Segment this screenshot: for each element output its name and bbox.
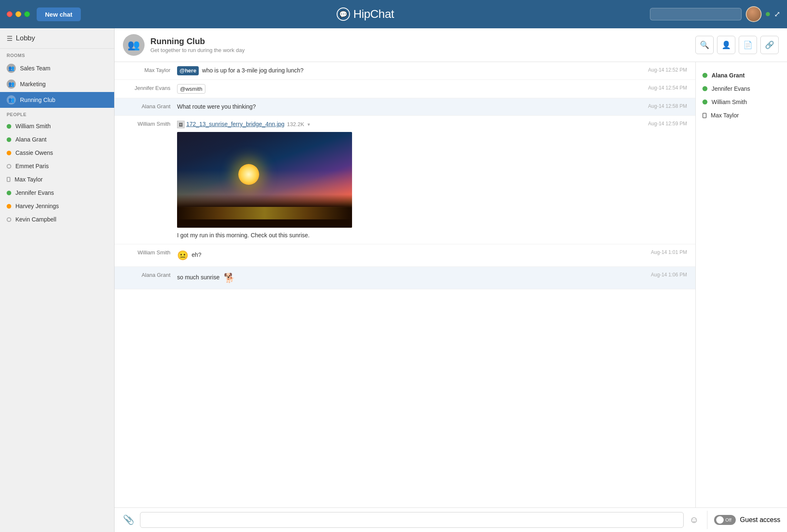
sidebar-item-label: Marketing [20, 81, 45, 87]
sidebar-item-running-club[interactable]: 👥 Running Club [0, 92, 114, 108]
sidebar-item-harvey-jennings[interactable]: Harvey Jennings [0, 199, 114, 213]
member-item-jennifer-evans[interactable]: Jennifer Evans [696, 82, 787, 95]
status-dot-away [7, 151, 11, 155]
status-dot-offline [7, 164, 11, 169]
message-time: Aug-14 1:06 PM [644, 271, 687, 278]
message-input[interactable] [140, 512, 684, 528]
input-section: 📎 ☺ [115, 508, 707, 532]
search-input[interactable] [650, 8, 742, 20]
person-name: Kevin Campbell [15, 216, 56, 223]
toggle-label: Off [725, 517, 731, 522]
message-sender: Max Taylor [123, 66, 177, 73]
files-button[interactable]: 📄 [739, 36, 757, 54]
message-content: so much sunrise 🐕 [177, 271, 644, 285]
person-name: Emmet Paris [15, 163, 49, 169]
sidebar-item-sales-team[interactable]: 👥 Sales Team [0, 60, 114, 76]
person-name: Cassie Owens [15, 149, 53, 156]
file-size: 132.2K [287, 120, 304, 129]
message-row: William Smith 😐 eh? Aug-14 1:01 PM [115, 244, 695, 267]
new-chat-button[interactable]: New chat [37, 7, 81, 21]
person-name: Harvey Jennings [15, 203, 59, 209]
sidebar-item-cassie-owens[interactable]: Cassie Owens [0, 146, 114, 159]
message-time: Aug-14 12:54 PM [642, 84, 687, 91]
user-status-dot [766, 12, 770, 16]
file-link[interactable]: 172_13_sunrise_ferry_bridge_4nn.jpg [186, 120, 285, 129]
message-time: Aug-14 12:58 PM [642, 102, 687, 109]
avatar-image [747, 6, 761, 22]
sidebar-item-emmet-paris[interactable]: Emmet Paris [0, 159, 114, 173]
mention-badge: @here [177, 66, 199, 75]
person-name: Max Taylor [15, 176, 42, 183]
expand-icon[interactable]: ⤢ [774, 10, 780, 19]
bottom-row: 📎 ☺ Off Guest access [115, 507, 787, 532]
titlebar: New chat 💬 HipChat ⤢ [0, 0, 787, 28]
member-item-max-taylor[interactable]: Max Taylor [696, 109, 787, 122]
minimize-button[interactable] [15, 11, 21, 17]
sidebar: ☰ Lobby ROOMS 👥 Sales Team 👥 Marketing 👥… [0, 28, 115, 532]
member-name: Max Taylor [711, 112, 739, 119]
lobby-label: Lobby [16, 34, 35, 42]
status-dot-away [7, 204, 11, 209]
chat-image [177, 132, 352, 228]
member-item-william-smith[interactable]: William Smith [696, 95, 787, 109]
hamburger-icon: ☰ [7, 35, 12, 42]
message-row: Max Taylor @here who is up for a 3-mile … [115, 62, 695, 80]
message-content: 😐 eh? [177, 249, 644, 262]
message-time: Aug-14 12:59 PM [642, 120, 687, 127]
link-button[interactable]: 🔗 [760, 36, 779, 54]
sidebar-item-max-taylor[interactable]: Max Taylor [0, 173, 114, 186]
guest-access-toggle[interactable]: Off [714, 515, 736, 525]
logo-text: HipChat [353, 7, 394, 21]
image-caption: I got my run in this morning. Check out … [177, 231, 642, 240]
expand-arrow-icon: ▾ [307, 121, 310, 128]
message-content: 🖼 172_13_sunrise_ferry_bridge_4nn.jpg 13… [177, 120, 642, 240]
rooms-label: ROOMS [0, 49, 114, 60]
sidebar-item-kevin-campbell[interactable]: Kevin Campbell [0, 213, 114, 226]
member-item-alana-grant[interactable]: Alana Grant [696, 69, 787, 82]
messages-area: Max Taylor @here who is up for a 3-mile … [115, 62, 695, 507]
content-area: 👥 Running Club Get together to run durin… [115, 28, 787, 532]
member-name: William Smith [712, 99, 747, 105]
guest-section: Off Guest access [707, 511, 787, 529]
sidebar-item-label: Running Club [20, 97, 55, 103]
sidebar-item-william-smith[interactable]: William Smith [0, 119, 114, 133]
member-status-online [702, 86, 707, 91]
sidebar-item-marketing[interactable]: 👥 Marketing [0, 76, 114, 92]
message-row: William Smith 🖼 172_13_sunrise_ferry_bri… [115, 116, 695, 244]
attach-button[interactable]: 📎 [121, 513, 136, 527]
message-text: who is up for a 3-mile jog during lunch? [202, 67, 304, 74]
status-dot-offline [7, 217, 11, 222]
room-header: 👥 Running Club Get together to run durin… [115, 28, 787, 62]
room-name: Running Club [150, 37, 690, 46]
emoji-button[interactable]: ☺ [688, 513, 700, 527]
sun [238, 164, 259, 185]
sidebar-item-alana-grant[interactable]: Alana Grant [0, 133, 114, 146]
room-avatar-icon: 👥 [127, 39, 140, 51]
close-button[interactable] [7, 11, 12, 17]
titlebar-center: 💬 HipChat [86, 7, 645, 21]
maximize-button[interactable] [24, 11, 30, 17]
message-text: so much sunrise [177, 274, 221, 281]
titlebar-right: ⤢ [650, 6, 780, 22]
sidebar-item-jennifer-evans[interactable]: Jennifer Evans [0, 186, 114, 199]
status-dot-online [7, 124, 11, 129]
members-button[interactable]: 👤 [717, 36, 735, 54]
status-dot-online [7, 137, 11, 142]
message-time: Aug-14 12:52 PM [642, 66, 687, 73]
user-avatar[interactable] [746, 6, 762, 22]
member-status-online [702, 73, 707, 78]
toggle-knob [716, 516, 724, 524]
search-room-button[interactable]: 🔍 [695, 36, 714, 54]
member-status-mobile [702, 113, 707, 118]
message-sender: Jennifer Evans [123, 84, 177, 91]
message-row: Alana Grant so much sunrise 🐕 Aug-14 1:0… [115, 267, 695, 289]
member-status-online [702, 99, 707, 104]
people-label: PEOPLE [0, 108, 114, 119]
sidebar-lobby[interactable]: ☰ Lobby [0, 28, 114, 49]
mention-name: @wsmith [177, 84, 205, 94]
guest-access-label: Guest access [740, 516, 780, 524]
message-sender: Alana Grant [123, 271, 177, 278]
hipchat-logo: 💬 HipChat [337, 7, 394, 21]
member-name: Alana Grant [712, 72, 745, 79]
room-avatar: 👥 [123, 34, 145, 56]
